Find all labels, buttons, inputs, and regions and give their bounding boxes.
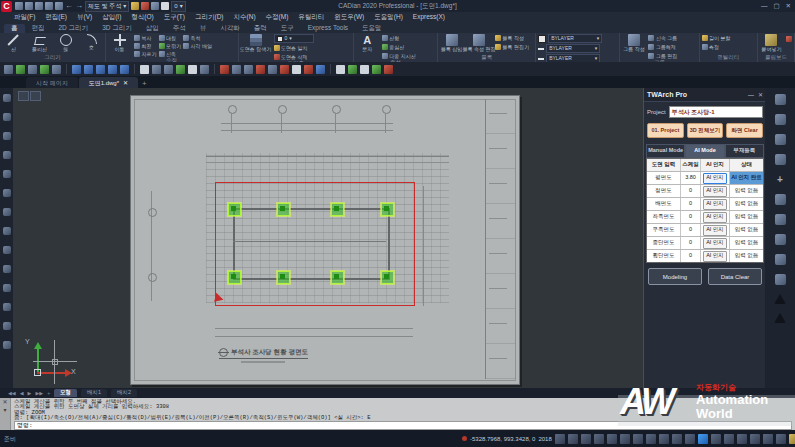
menu-format[interactable]: 형식(O) bbox=[131, 14, 153, 21]
command-close-icon[interactable]: ✕ bbox=[2, 399, 7, 405]
polar-toggle-icon[interactable] bbox=[594, 434, 604, 444]
tab-ai-mode[interactable]: AI Mode bbox=[685, 144, 724, 158]
toolbar-icon[interactable] bbox=[108, 65, 117, 74]
isolate-toggle-icon[interactable] bbox=[711, 434, 721, 444]
column-grip[interactable] bbox=[228, 271, 241, 284]
palette-tool-icon[interactable] bbox=[3, 303, 11, 311]
open-file-icon[interactable] bbox=[25, 2, 33, 10]
viewport-control-icon[interactable] bbox=[18, 91, 29, 101]
clean-screen-icon[interactable] bbox=[750, 434, 760, 444]
palette-tool-icon[interactable] bbox=[3, 265, 11, 273]
palette-tool-icon[interactable] bbox=[3, 208, 11, 216]
tool-polyline[interactable]: 폴리선 bbox=[28, 34, 51, 52]
quick-props-toggle-icon[interactable] bbox=[672, 434, 682, 444]
minimize-button[interactable]: — bbox=[761, 3, 768, 10]
toolbar-icon[interactable] bbox=[256, 65, 265, 74]
info-icon[interactable] bbox=[776, 434, 786, 444]
column-grip[interactable] bbox=[381, 203, 394, 216]
tool-measure-length[interactable]: 길이 분할 bbox=[702, 34, 731, 42]
toolbar-icon[interactable] bbox=[140, 65, 149, 74]
tool-arc[interactable]: 호 bbox=[80, 34, 103, 50]
tool-circle[interactable]: 원 bbox=[54, 34, 77, 52]
column-grip[interactable] bbox=[331, 203, 344, 216]
column-grip[interactable] bbox=[277, 271, 290, 284]
dyn-input-toggle-icon[interactable] bbox=[659, 434, 669, 444]
side-tool-icon[interactable] bbox=[775, 274, 786, 285]
add-layout-button[interactable]: + bbox=[47, 391, 50, 396]
ribbon-tab-visualize[interactable]: 시각화 bbox=[213, 24, 247, 34]
tool-fillet[interactable]: 모깎기 bbox=[159, 42, 182, 50]
layer-dropdown[interactable]: 0 ▾ bbox=[274, 34, 314, 43]
project-input[interactable]: 부석사 조사당-1 bbox=[669, 106, 763, 118]
color-swatch-icon[interactable] bbox=[161, 2, 169, 10]
layer-quick-dropdown[interactable]: 0 ▾ bbox=[171, 1, 185, 12]
tab-register[interactable]: 부재등록 bbox=[725, 144, 764, 158]
toolbar-icon[interactable] bbox=[336, 65, 345, 74]
command-history[interactable]: 스케일 계산을 위한 두 번째 점을 선택하세요. 스케일 계산을 위한 도면상… bbox=[11, 398, 795, 430]
toolbar-icon[interactable] bbox=[96, 65, 105, 74]
toolbar-icon[interactable] bbox=[292, 65, 301, 74]
tool-block-attr-edit[interactable]: 블록 속성 편집 bbox=[466, 34, 492, 52]
tool-ungroup[interactable]: 그룹해제 bbox=[648, 43, 677, 51]
column-grip[interactable] bbox=[277, 203, 290, 216]
toolbar-icon[interactable] bbox=[28, 65, 37, 74]
save-as-icon[interactable] bbox=[45, 2, 53, 10]
toolbar-icon[interactable] bbox=[84, 65, 93, 74]
ribbon-tab-insert[interactable]: 삽입 bbox=[139, 24, 166, 34]
menu-help[interactable]: 도움말(H) bbox=[374, 14, 403, 21]
palette-tool-icon[interactable] bbox=[3, 341, 11, 349]
print-icon[interactable] bbox=[55, 2, 63, 10]
side-tool-icon[interactable] bbox=[775, 254, 786, 265]
prev-layout-button[interactable]: ◀ bbox=[20, 391, 24, 396]
ribbon-tab-view[interactable]: 뷰 bbox=[193, 24, 214, 34]
toolbar-icon[interactable] bbox=[16, 65, 25, 74]
menu-modify[interactable]: 수정(M) bbox=[266, 14, 289, 21]
side-tool-icon[interactable] bbox=[775, 234, 786, 245]
menu-insert[interactable]: 삽입(I) bbox=[102, 14, 121, 21]
dyn-ucs-toggle-icon[interactable] bbox=[646, 434, 656, 444]
toolbar-icon[interactable] bbox=[164, 65, 173, 74]
settings-gear-icon[interactable] bbox=[698, 434, 708, 444]
note-icon[interactable] bbox=[789, 434, 795, 444]
first-layout-button[interactable]: ◀◀ bbox=[8, 391, 16, 396]
tool-layer-explorer[interactable]: 도면층 탐색기 bbox=[241, 34, 271, 52]
lock-ui-icon[interactable] bbox=[737, 434, 747, 444]
tool-rotate[interactable]: 회전 bbox=[134, 42, 157, 50]
record-icon[interactable] bbox=[141, 2, 149, 10]
toolbar-icon[interactable] bbox=[152, 65, 161, 74]
toolbar-icon[interactable] bbox=[372, 65, 381, 74]
palette-tool-icon[interactable] bbox=[3, 227, 11, 235]
toolbar-icon[interactable] bbox=[304, 65, 313, 74]
toolbar-icon[interactable] bbox=[4, 65, 13, 74]
otrack-toggle-icon[interactable] bbox=[620, 434, 630, 444]
zoom-in-icon[interactable]: + bbox=[775, 174, 786, 185]
side-tool-icon[interactable] bbox=[775, 154, 786, 165]
ribbon-tab-annotate[interactable]: 주석 bbox=[166, 24, 193, 34]
lweight-toggle-icon[interactable] bbox=[633, 434, 643, 444]
menu-express[interactable]: Express(X) bbox=[413, 14, 445, 21]
new-tab-button[interactable]: + bbox=[142, 80, 147, 88]
menu-tools[interactable]: 도구(T) bbox=[164, 14, 185, 21]
twarch-title-bar[interactable]: TWArch Pro — ✕ bbox=[644, 88, 766, 102]
save-icon[interactable] bbox=[35, 2, 43, 10]
side-tool-icon[interactable] bbox=[775, 214, 786, 225]
modeling-button[interactable]: Modeling bbox=[648, 268, 702, 285]
group-label-clipboard[interactable]: 클립보드 bbox=[760, 55, 792, 62]
tool-line[interactable]: 선 bbox=[2, 34, 25, 52]
tab-model[interactable]: 모형 bbox=[54, 389, 77, 397]
tab-layout1[interactable]: 배치1 bbox=[81, 389, 107, 397]
ai-recognize-button[interactable]: AI 인지 bbox=[703, 186, 727, 197]
command-expand-icon[interactable]: ▾ bbox=[3, 407, 6, 413]
palette-tool-icon[interactable] bbox=[3, 113, 11, 121]
annotation-toggle-icon[interactable] bbox=[685, 434, 695, 444]
next-layout-button[interactable]: ▶ bbox=[28, 391, 32, 396]
tool-move[interactable]: 이동 bbox=[108, 34, 131, 52]
tool-scale[interactable]: 축척 bbox=[183, 34, 212, 42]
ribbon-tab-output[interactable]: 출력 bbox=[247, 24, 274, 34]
tool-copy[interactable]: 복사 bbox=[134, 34, 157, 42]
toolbar-icon[interactable] bbox=[40, 65, 49, 74]
panel-close-button[interactable]: ✕ bbox=[758, 92, 763, 98]
ai-recognize-button[interactable]: AI 인지 bbox=[703, 225, 727, 236]
menu-utilities[interactable]: 유틸리티 bbox=[298, 14, 324, 21]
undo-icon[interactable]: ← bbox=[65, 2, 73, 10]
